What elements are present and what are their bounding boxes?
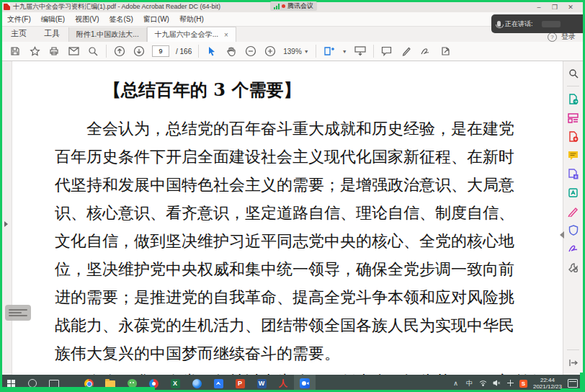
ime-indicator[interactable]: 中	[465, 379, 474, 388]
zoom-out-icon[interactable]	[244, 45, 257, 58]
window-title: 十九届六中全会学习资料汇编(1).pdf - Adobe Acrobat Rea…	[13, 2, 220, 12]
taskbar-powerpoint[interactable]: P	[229, 375, 251, 392]
expand-panel-icon[interactable]	[567, 357, 579, 369]
pdf-page: 【总结百年的 3 个需要】 全会认为，总结党的百年奋斗重大成就和历史经验，是在建…	[12, 61, 563, 375]
powerpoint-icon: P	[236, 379, 245, 388]
taskbar-blue-browser[interactable]	[186, 375, 207, 392]
highlight-pen-icon[interactable]	[400, 45, 413, 58]
text-line: 进的需要；是推进党的自我革命、提高全党斗争本领和应对风险挑	[55, 283, 509, 311]
search-icon[interactable]	[86, 45, 99, 58]
meeting-badge-label: 腾讯会议	[287, 1, 313, 11]
sogou-input-icon[interactable]: S	[519, 380, 527, 388]
tab-home[interactable]: 主页	[2, 26, 35, 42]
tencent-meeting-icon	[300, 378, 310, 388]
menu-help[interactable]: 帮助(H)	[174, 14, 209, 24]
clock-date: 2021/12/23	[533, 383, 562, 390]
export-pdf-icon[interactable]	[567, 93, 579, 105]
menu-window[interactable]: 窗口(W)	[138, 14, 174, 24]
minimize-button[interactable]: –	[531, 4, 547, 11]
select-tool-icon[interactable]	[205, 45, 218, 58]
floating-annotation-chip[interactable]	[5, 305, 31, 321]
document-paragraph: 全会认为，总结党的百年奋斗重大成就和历史经验，是在建党 百年历史条件下开启全面建…	[55, 115, 509, 375]
page-count-label: / 166	[176, 48, 192, 55]
volume-muted-icon[interactable]	[492, 380, 501, 388]
tools-panel	[563, 61, 583, 375]
hidden-icons-chevron[interactable]: ∧	[451, 380, 460, 387]
previous-page-icon[interactable]	[113, 45, 126, 58]
system-tray: ∧ 中 S	[451, 379, 527, 388]
print-icon[interactable]	[48, 45, 61, 58]
fit-width-icon[interactable]	[354, 45, 367, 58]
menu-file[interactable]: 文件(F)	[2, 14, 36, 24]
document-viewport: 【总结百年的 3 个需要】 全会认为，总结党的百年奋斗重大成就和历史经验，是在建…	[2, 61, 583, 375]
chevron-down-icon: ▼	[304, 49, 309, 54]
clock-time: 22:44	[533, 377, 562, 383]
maximize-button[interactable]: ❐	[547, 4, 563, 11]
taskbar-tencent-meeting[interactable]	[294, 375, 316, 392]
close-button[interactable]: ✕	[563, 4, 579, 11]
zoom-level-dropdown[interactable]: 139% ▼	[283, 48, 309, 55]
blue-browser-icon	[192, 379, 202, 388]
recording-dot-icon	[282, 4, 285, 8]
navigation-pane-collapsed[interactable]	[2, 61, 12, 375]
star-favorites-icon[interactable]	[28, 45, 41, 58]
network-icon[interactable]	[478, 380, 488, 388]
tab-document-1[interactable]: 附件1.中国政法大...	[68, 27, 147, 42]
signal-strength-icon	[274, 4, 280, 9]
menu-edit[interactable]: 编辑(E)	[36, 14, 70, 24]
action-center-icon[interactable]	[568, 379, 578, 388]
tab-document-2-label: 十九届六中全会学...	[155, 30, 218, 40]
comment-panel-icon[interactable]	[567, 149, 579, 161]
text-line: 代坚持和发展中国特色社会主义的需要；是增强政治意识、大局意	[55, 171, 509, 199]
taskbar-word[interactable]: W	[251, 375, 272, 392]
taskbar-excel[interactable]: X	[164, 375, 186, 392]
input-pointer-icon[interactable]	[506, 380, 515, 388]
meeting-speaking-overlay: 正在讲话:	[491, 14, 585, 33]
text-line: 族伟大复兴的中国梦而继续奋斗的需要。	[55, 339, 509, 368]
sign-in-link[interactable]: 登录	[561, 32, 576, 42]
create-pdf-icon[interactable]	[567, 130, 579, 143]
taskbar-clock[interactable]: 22:44 2021/12/23	[533, 377, 562, 390]
tab-close-icon[interactable]: ×	[224, 31, 228, 39]
more-tools-icon[interactable]	[567, 262, 579, 274]
windows-logo-icon	[7, 380, 15, 388]
task-view-icon	[49, 380, 59, 388]
acrobat-app-icon	[4, 4, 10, 10]
hand-tool-icon[interactable]	[225, 45, 238, 58]
fit-page-icon[interactable]	[323, 45, 336, 58]
save-icon[interactable]	[9, 45, 22, 58]
speaker-name-blur	[542, 21, 561, 27]
tab-document-1-label: 附件1.中国政法大...	[76, 30, 139, 40]
taskbar-acrobat[interactable]: 人	[272, 375, 294, 392]
combine-files-icon[interactable]	[567, 168, 579, 180]
meeting-status-badge[interactable]: 腾讯会议	[270, 1, 317, 11]
share-border-bottom-left	[0, 387, 155, 392]
page-number-input[interactable]	[152, 45, 169, 57]
menu-view[interactable]: 视图(V)	[70, 14, 104, 24]
fill-sign-icon[interactable]	[567, 205, 579, 218]
document-heading: 【总结百年的 3 个需要】	[104, 79, 563, 102]
taskbar-tencent-docs[interactable]	[207, 375, 229, 392]
email-icon[interactable]	[67, 45, 80, 58]
organize-pages-icon[interactable]	[567, 187, 579, 199]
share-document-icon[interactable]	[439, 45, 452, 58]
tab-document-2[interactable]: 十九届六中全会学... ×	[147, 27, 236, 42]
edit-pdf-icon[interactable]	[567, 112, 579, 124]
zoom-in-icon[interactable]	[264, 45, 277, 58]
text-line-clipped: 全会要求，全党要坚持以史为鉴、开创未来，埋头苦干、勇毅前行	[55, 368, 509, 375]
certificates-pen-icon[interactable]	[567, 243, 579, 255]
protect-pdf-icon[interactable]	[567, 224, 579, 236]
acrobat-reader-icon: 人	[279, 380, 287, 387]
menu-sign[interactable]: 签名(S)	[104, 14, 138, 24]
text-line: 全会认为，总结党的百年奋斗重大成就和历史经验，是在建党	[55, 115, 509, 143]
collapse-tools-panel-icon[interactable]	[560, 231, 564, 239]
fill-sign-pen-icon[interactable]	[419, 45, 432, 58]
tab-tools[interactable]: 工具	[35, 26, 68, 42]
next-page-icon[interactable]	[133, 45, 146, 58]
fit-page-chevron-icon[interactable]: ▼	[342, 49, 347, 54]
word-icon: W	[257, 379, 267, 388]
search-tool-icon[interactable]	[567, 67, 579, 79]
expand-pane-icon[interactable]	[4, 221, 8, 227]
help-icon[interactable]: ?	[548, 32, 557, 42]
comment-tool-icon[interactable]	[380, 45, 393, 58]
